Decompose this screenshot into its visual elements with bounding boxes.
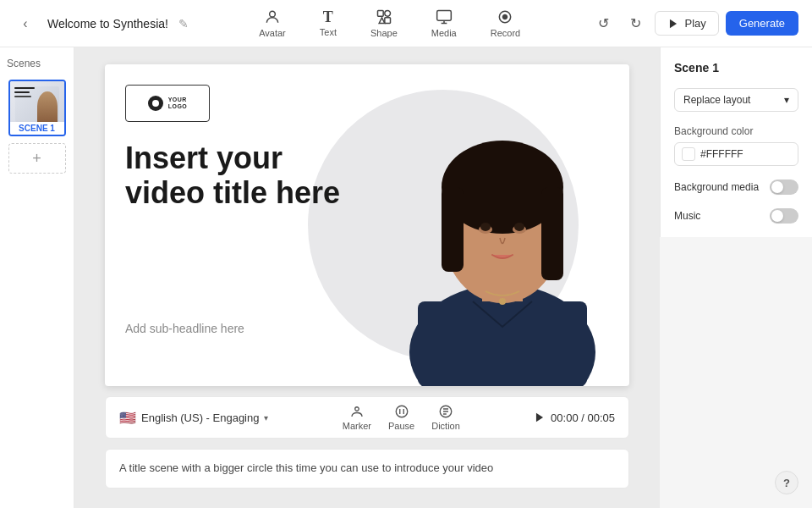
language-chevron-icon: ▾ xyxy=(264,413,268,422)
time-value: 00:00 / 00:05 xyxy=(551,411,615,424)
help-button[interactable]: ? xyxy=(775,471,798,494)
language-label: English (US) - Engaging xyxy=(141,411,259,424)
bottom-bar: 🇺🇸 English (US) - Engaging ▾ Marker Paus… xyxy=(105,396,629,439)
svg-point-2 xyxy=(385,11,391,17)
toolbar-shape[interactable]: Shape xyxy=(364,5,404,41)
svg-point-19 xyxy=(499,298,506,305)
svg-rect-1 xyxy=(377,11,383,17)
svg-point-18 xyxy=(514,223,524,231)
svg-rect-3 xyxy=(385,18,391,24)
logo-logo-text: LOGO xyxy=(168,103,188,110)
scene-1-preview xyxy=(10,81,64,122)
svg-point-6 xyxy=(503,15,508,19)
generate-button[interactable]: Generate xyxy=(726,11,798,36)
bg-media-label: Background media xyxy=(674,181,759,193)
scenes-label: Scenes xyxy=(7,58,67,69)
language-selector[interactable]: 🇺🇸 English (US) - Engaging ▾ xyxy=(119,410,268,426)
right-panel-wrapper: Scene 1 Replace layout ▾ Background colo… xyxy=(660,47,812,508)
layout-row: Replace layout ▾ xyxy=(674,88,798,112)
layout-chevron-icon: ▾ xyxy=(784,94,789,106)
shape-icon xyxy=(376,8,392,25)
music-toggle-knob xyxy=(771,210,783,222)
svg-point-17 xyxy=(480,223,491,231)
toggle-knob xyxy=(771,181,783,193)
add-scene-button[interactable]: + xyxy=(8,143,66,174)
bottom-controls: 🇺🇸 English (US) - Engaging ▾ Marker Paus… xyxy=(105,396,629,439)
bg-color-row: Background color #FFFFFF xyxy=(674,125,798,166)
play-button[interactable]: Play xyxy=(655,11,718,36)
scene-1-label: SCENE 1 xyxy=(10,122,64,135)
record-icon xyxy=(497,8,513,25)
canvas-title[interactable]: Insert your video title here xyxy=(125,141,345,211)
play-small-icon[interactable] xyxy=(534,411,546,423)
flag-icon: 🇺🇸 xyxy=(119,410,136,426)
scenes-panel: Scenes SCENE 1 + xyxy=(0,47,74,508)
music-row: Music xyxy=(674,208,798,224)
svg-marker-7 xyxy=(670,19,677,28)
bg-color-input[interactable]: #FFFFFF xyxy=(674,142,798,166)
layout-dropdown[interactable]: Replace layout ▾ xyxy=(674,88,798,112)
avatar-icon xyxy=(264,8,281,25)
script-area[interactable]: A title scene with a bigger circle this … xyxy=(105,449,629,489)
svg-rect-9 xyxy=(418,301,587,386)
bg-color-label: Background color xyxy=(674,125,798,137)
svg-rect-14 xyxy=(541,187,563,280)
media-icon xyxy=(436,8,453,25)
svg-point-21 xyxy=(396,406,408,417)
toolbar-record[interactable]: Record xyxy=(484,5,527,41)
top-bar: ‹ Welcome to Synthesia! ✎ Avatar T Text … xyxy=(0,0,812,47)
right-panel: Scene 1 Replace layout ▾ Background colo… xyxy=(660,47,812,237)
top-bar-right: ↺ ↻ Play Generate xyxy=(590,11,798,36)
toolbar: Avatar T Text Shape Media Record xyxy=(252,5,527,41)
redo-button[interactable]: ↻ xyxy=(623,11,648,36)
svg-point-20 xyxy=(355,407,359,411)
music-label: Music xyxy=(674,210,700,222)
logo-box[interactable]: YOUR LOGO xyxy=(125,85,210,122)
main-area: Scenes SCENE 1 + YOUR xyxy=(0,47,812,508)
bg-media-toggle[interactable] xyxy=(770,179,798,195)
svg-point-0 xyxy=(270,11,276,17)
svg-rect-13 xyxy=(442,187,464,272)
time-display: 00:00 / 00:05 xyxy=(534,411,615,424)
playback-controls: Marker Pause Diction xyxy=(343,404,460,431)
text-icon: T xyxy=(323,9,333,25)
pause-icon xyxy=(394,404,409,419)
script-text: A title scene with a bigger circle this … xyxy=(119,461,493,474)
marker-button[interactable]: Marker xyxy=(343,404,371,431)
music-toggle-row: Music xyxy=(674,208,798,224)
svg-rect-4 xyxy=(436,11,451,21)
svg-marker-25 xyxy=(536,413,543,422)
edit-title-icon[interactable]: ✎ xyxy=(178,17,189,30)
marker-icon xyxy=(349,404,365,419)
bg-media-toggle-row: Background media xyxy=(674,179,798,195)
diction-button[interactable]: Diction xyxy=(431,404,460,431)
color-swatch xyxy=(682,147,695,161)
toolbar-text[interactable]: T Text xyxy=(313,6,343,41)
bg-media-row: Background media xyxy=(674,179,798,195)
scene-1-thumb[interactable]: SCENE 1 xyxy=(8,80,66,136)
diction-icon xyxy=(438,404,453,419)
logo-your-text: YOUR xyxy=(168,97,188,103)
logo-icon-inner xyxy=(152,100,159,107)
panel-scene-title: Scene 1 xyxy=(674,61,798,75)
music-toggle[interactable] xyxy=(770,208,798,224)
canvas-subtitle[interactable]: Add sub-headline here xyxy=(125,322,244,335)
back-button[interactable]: ‹ xyxy=(14,12,37,36)
project-title: Welcome to Synthesia! xyxy=(47,17,168,30)
toolbar-media[interactable]: Media xyxy=(425,5,464,41)
canvas-frame[interactable]: YOUR LOGO Insert your video title here A… xyxy=(105,64,629,386)
undo-button[interactable]: ↺ xyxy=(590,11,616,36)
top-bar-left: ‹ Welcome to Synthesia! ✎ xyxy=(14,12,189,36)
avatar-svg xyxy=(376,64,629,386)
logo-icon xyxy=(148,96,163,111)
play-icon xyxy=(667,18,679,30)
canvas-area: YOUR LOGO Insert your video title here A… xyxy=(74,47,660,508)
color-value: #FFFFFF xyxy=(700,148,743,160)
avatar-placeholder xyxy=(376,64,629,386)
pause-button[interactable]: Pause xyxy=(388,404,414,431)
toolbar-avatar[interactable]: Avatar xyxy=(252,5,293,41)
